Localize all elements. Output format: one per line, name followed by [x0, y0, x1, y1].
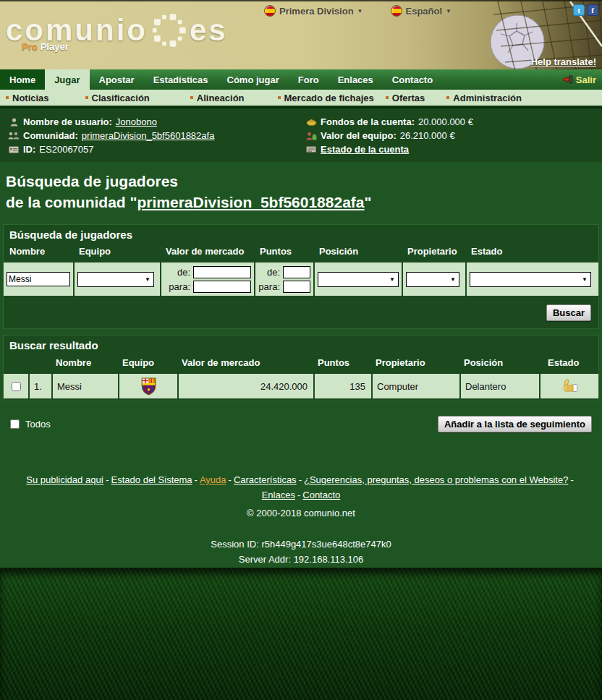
title-prefix: de la comunidad ": [6, 194, 137, 210]
account-status-link[interactable]: Estado de la cuenta: [321, 144, 409, 155]
tab-contacto[interactable]: Contacto: [383, 69, 442, 90]
help-translate-link[interactable]: Help translate!: [531, 56, 596, 67]
subnav-label: Clasificación: [92, 93, 150, 103]
community-link[interactable]: primeraDivision_5bf5601882afa: [82, 130, 215, 141]
points-from-input[interactable]: [283, 266, 310, 278]
subnav-item-alineacion[interactable]: Alineación: [190, 93, 245, 103]
footer-link-caracteristicas[interactable]: Características: [234, 474, 297, 485]
chevron-down-icon: ▼: [446, 8, 452, 14]
tab-enlaces[interactable]: Enlaces: [328, 69, 383, 90]
footer-link-contacto[interactable]: Contacto: [302, 490, 340, 500]
tab-apostar[interactable]: Apostar: [90, 69, 144, 90]
subnav-label: Noticias: [12, 93, 49, 103]
team-select[interactable]: [77, 272, 154, 287]
team-value-label: Valor del equipo:: [321, 130, 397, 141]
separator: -: [297, 490, 300, 500]
spain-flag-icon: [391, 5, 402, 17]
player-name[interactable]: Messi: [51, 374, 118, 398]
facebook-icon[interactable]: f: [587, 4, 598, 16]
team-value: 26.210.000 €: [400, 130, 455, 141]
status-cell: [465, 262, 598, 296]
logo-dots-icon: [149, 12, 188, 49]
tab-jugar[interactable]: Jugar: [45, 69, 89, 90]
logout-label: Salir: [576, 74, 596, 85]
row-checkbox-cell: [4, 374, 28, 398]
bullet-icon: [85, 96, 88, 99]
col-label-valor: Valor de mercado: [160, 244, 254, 260]
col-label-puntos: Puntos: [254, 244, 313, 260]
value-to-input[interactable]: [193, 281, 251, 293]
row-checkbox[interactable]: [12, 382, 21, 391]
username-link[interactable]: Jonobono: [116, 116, 157, 127]
market-value-cell: de: para:: [160, 262, 254, 296]
session-id-value: r5h449g417s3ue648ct8e747k0: [261, 539, 391, 550]
fc-barcelona-crest-icon[interactable]: [141, 377, 156, 396]
user-info-right: Fondos de la cuenta: 20.000.000 € Valor …: [305, 115, 602, 156]
language-selector-label: Español: [406, 6, 443, 17]
add-watchlist-button[interactable]: Añadir a la lista de seguimiento: [438, 416, 592, 432]
grass-background: [0, 568, 602, 700]
rcol-puntos: Puntos: [313, 354, 371, 372]
language-selector[interactable]: Español ▼: [391, 5, 452, 17]
footer-links-line1: Su publicidad aquí-Estado del Sistema-Ay…: [0, 472, 602, 487]
subnav-item-administracion[interactable]: Administración: [446, 93, 522, 103]
tab-home[interactable]: Home: [0, 69, 45, 90]
rcol-propietario: Propietario: [371, 354, 459, 372]
money-bag-icon: [305, 118, 318, 126]
session-id-line: Session ID: r5h449g417s3ue648ct8e747k0: [0, 537, 602, 552]
exit-door-icon: [563, 75, 573, 84]
team-cell: [73, 262, 160, 296]
footer-link-publicidad[interactable]: Su publicidad aquí: [26, 474, 103, 485]
status-cell: [539, 374, 598, 398]
separator: -: [195, 474, 198, 485]
header-selectors: Primera Division ▼ Español ▼: [264, 5, 452, 17]
subnav-label: Administración: [453, 93, 522, 103]
footer-link-enlaces[interactable]: Enlaces: [262, 490, 295, 500]
tab-estadisticas[interactable]: Estadísticas: [144, 69, 218, 90]
col-index: [28, 354, 51, 372]
owner: Computer: [371, 374, 459, 398]
footer-link-sugerencias[interactable]: ¿Sugerencias, preguntas, deseos o proble…: [304, 474, 568, 485]
subnav-item-ofertas[interactable]: Ofertas: [386, 93, 425, 103]
tab-como-jugar[interactable]: Cómo jugar: [218, 69, 289, 90]
footer-link-ayuda[interactable]: Ayuda: [200, 474, 226, 485]
value-de-label: de:: [169, 267, 190, 278]
select-all-checkbox[interactable]: [10, 419, 20, 429]
value-para-label: para:: [169, 281, 190, 292]
user-info-left: Nombre de usuario: Jonobono Comunidad: p…: [7, 115, 305, 156]
points-to-input[interactable]: [283, 281, 310, 293]
title-community-link[interactable]: primeraDivision_5bf5601882afa: [137, 194, 364, 210]
col-label-estado: Estado: [465, 244, 598, 260]
col-label-equipo: Equipo: [73, 244, 160, 260]
subnav-item-clasificacion[interactable]: Clasificación: [85, 93, 150, 103]
id-label: ID:: [23, 144, 35, 155]
subnav-item-mercado[interactable]: Mercado de fichajes: [278, 93, 374, 103]
owner-select[interactable]: [406, 272, 459, 287]
position-cell: [313, 262, 402, 296]
twitter-icon[interactable]: t: [573, 4, 585, 16]
comunio-page: comunio es ProPlayer Primera Division ▼: [0, 0, 602, 700]
bullet-icon: [278, 96, 281, 99]
name-input[interactable]: [7, 272, 70, 286]
tab-foro[interactable]: Foro: [289, 69, 328, 90]
position-select[interactable]: [318, 272, 399, 287]
value-from-input[interactable]: [193, 266, 251, 278]
chevron-down-icon: ▼: [357, 8, 363, 14]
community-label: Comunidad:: [23, 130, 78, 141]
league-selector[interactable]: Primera Division ▼: [264, 5, 363, 17]
subnav-item-noticias[interactable]: Noticias: [6, 93, 49, 103]
points-para-label: para:: [258, 281, 280, 292]
tagline-player: Player: [41, 41, 69, 52]
team-value-icon: [305, 132, 318, 140]
user-info-band: Nombre de usuario: Jonobono Comunidad: p…: [0, 107, 602, 162]
logout-link[interactable]: Salir: [557, 69, 602, 90]
results-header-row: Nombre Equipo Valor de mercado Puntos Pr…: [4, 354, 598, 372]
results-panel-title: Buscar resultado: [4, 336, 598, 354]
name-cell: [4, 262, 73, 296]
footer-link-estado-sistema[interactable]: Estado del Sistema: [111, 474, 192, 485]
server-addr-line: Server Addr: 192.168.113.106: [0, 552, 602, 567]
bullet-icon: [190, 96, 193, 99]
search-button[interactable]: Buscar: [546, 304, 591, 321]
status-select[interactable]: [470, 272, 591, 287]
subnav-label: Alineación: [197, 93, 245, 103]
